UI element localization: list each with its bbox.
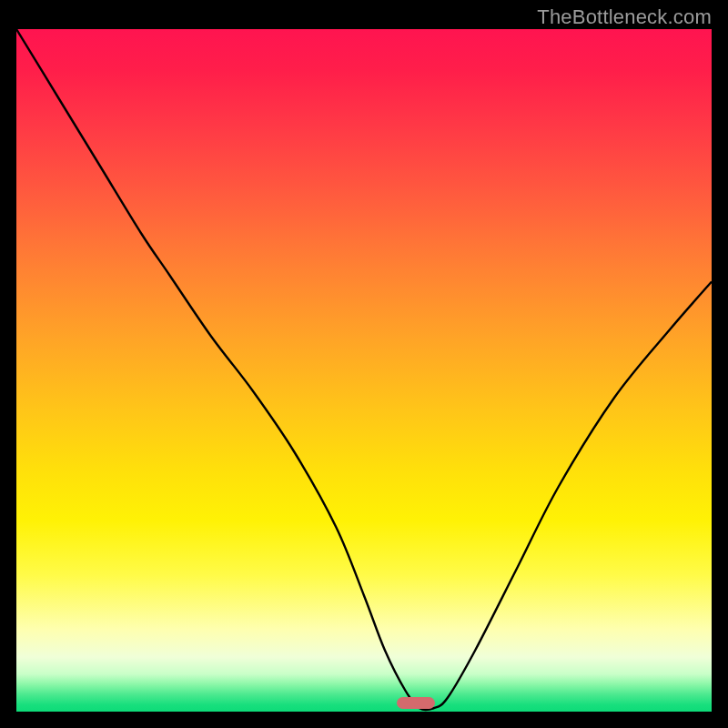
curve-path xyxy=(16,29,712,710)
minimum-marker xyxy=(397,697,435,709)
watermark-text: TheBottleneck.com xyxy=(537,5,712,29)
bottleneck-curve xyxy=(16,29,712,712)
plot-area xyxy=(16,29,712,712)
chart-frame: TheBottleneck.com xyxy=(0,0,728,728)
